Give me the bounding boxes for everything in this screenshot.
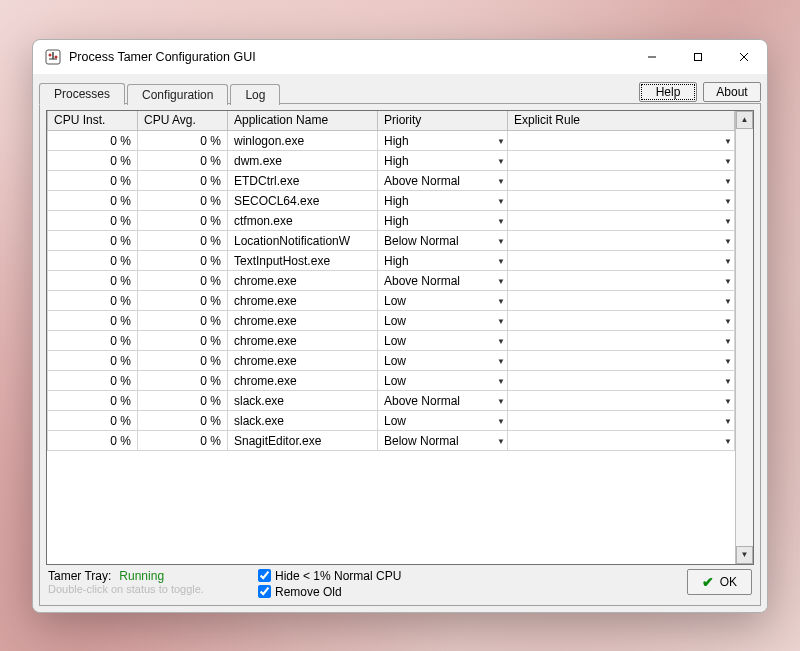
remove-old-input[interactable] xyxy=(258,585,271,598)
tab-processes[interactable]: Processes xyxy=(39,83,125,105)
cell-cpu-avg: 0 % xyxy=(138,251,228,271)
table-row[interactable]: 0 %0 %chrome.exeAbove Normal▼▼ xyxy=(48,271,735,291)
titlebar[interactable]: Process Tamer Configuration GUI xyxy=(33,40,767,74)
scroll-down-button[interactable]: ▼ xyxy=(736,546,753,564)
table-row[interactable]: 0 %0 %chrome.exeLow▼▼ xyxy=(48,331,735,351)
cell-explicit-rule-dropdown[interactable]: ▼ xyxy=(508,331,735,351)
table-row[interactable]: 0 %0 %chrome.exeLow▼▼ xyxy=(48,351,735,371)
chevron-down-icon: ▼ xyxy=(724,356,732,365)
cell-priority-dropdown[interactable]: High▼ xyxy=(378,191,508,211)
chevron-down-icon: ▼ xyxy=(724,196,732,205)
ok-button[interactable]: ✔ OK xyxy=(687,569,752,595)
cell-explicit-rule-dropdown[interactable]: ▼ xyxy=(508,151,735,171)
cell-priority-dropdown[interactable]: Low▼ xyxy=(378,331,508,351)
cell-priority-dropdown[interactable]: Low▼ xyxy=(378,291,508,311)
cell-explicit-rule-dropdown[interactable]: ▼ xyxy=(508,251,735,271)
tamer-tray-status[interactable]: Running xyxy=(119,569,164,583)
cell-explicit-rule-dropdown[interactable]: ▼ xyxy=(508,131,735,151)
table-row[interactable]: 0 %0 %chrome.exeLow▼▼ xyxy=(48,291,735,311)
chevron-down-icon: ▼ xyxy=(497,396,505,405)
cell-priority-dropdown[interactable]: High▼ xyxy=(378,251,508,271)
hide-normal-input[interactable] xyxy=(258,569,271,582)
table-row[interactable]: 0 %0 %SnagitEditor.exeBelow Normal▼▼ xyxy=(48,431,735,451)
cell-priority-dropdown[interactable]: High▼ xyxy=(378,151,508,171)
cell-cpu-inst: 0 % xyxy=(48,251,138,271)
cell-app-name: chrome.exe xyxy=(228,371,378,391)
table-row[interactable]: 0 %0 %chrome.exeLow▼▼ xyxy=(48,311,735,331)
cell-app-name: chrome.exe xyxy=(228,271,378,291)
cell-cpu-inst: 0 % xyxy=(48,431,138,451)
cell-priority-dropdown[interactable]: Low▼ xyxy=(378,411,508,431)
cell-explicit-rule-dropdown[interactable]: ▼ xyxy=(508,211,735,231)
chevron-down-icon: ▼ xyxy=(497,136,505,145)
cell-cpu-inst: 0 % xyxy=(48,191,138,211)
cell-app-name: ctfmon.exe xyxy=(228,211,378,231)
minimize-button[interactable] xyxy=(629,40,675,74)
cell-cpu-inst: 0 % xyxy=(48,331,138,351)
cell-cpu-inst: 0 % xyxy=(48,371,138,391)
cell-explicit-rule-dropdown[interactable]: ▼ xyxy=(508,391,735,411)
table-row[interactable]: 0 %0 %ETDCtrl.exeAbove Normal▼▼ xyxy=(48,171,735,191)
cell-cpu-avg: 0 % xyxy=(138,151,228,171)
chevron-down-icon: ▼ xyxy=(497,216,505,225)
chevron-down-icon: ▼ xyxy=(497,176,505,185)
table-row[interactable]: 0 %0 %winlogon.exeHigh▼▼ xyxy=(48,131,735,151)
remove-old-checkbox[interactable]: Remove Old xyxy=(258,585,401,599)
cell-priority-dropdown[interactable]: Low▼ xyxy=(378,351,508,371)
table-row[interactable]: 0 %0 %slack.exeLow▼▼ xyxy=(48,411,735,431)
cell-explicit-rule-dropdown[interactable]: ▼ xyxy=(508,291,735,311)
cell-cpu-inst: 0 % xyxy=(48,271,138,291)
hide-normal-checkbox[interactable]: Hide < 1% Normal CPU xyxy=(258,569,401,583)
tab-configuration[interactable]: Configuration xyxy=(127,84,228,105)
cell-app-name: chrome.exe xyxy=(228,331,378,351)
table-row[interactable]: 0 %0 %SECOCL64.exeHigh▼▼ xyxy=(48,191,735,211)
table-row[interactable]: 0 %0 %ctfmon.exeHigh▼▼ xyxy=(48,211,735,231)
tamer-tray-label: Tamer Tray: xyxy=(48,569,111,583)
cell-priority-dropdown[interactable]: Above Normal▼ xyxy=(378,271,508,291)
help-button[interactable]: Help xyxy=(639,82,697,102)
cell-explicit-rule-dropdown[interactable]: ▼ xyxy=(508,171,735,191)
tab-log[interactable]: Log xyxy=(230,84,280,105)
scroll-up-button[interactable]: ▲ xyxy=(736,111,753,129)
table-row[interactable]: 0 %0 %LocationNotificationWBelow Normal▼… xyxy=(48,231,735,251)
cell-priority-dropdown[interactable]: Below Normal▼ xyxy=(378,231,508,251)
about-button[interactable]: About xyxy=(703,82,761,102)
cell-explicit-rule-dropdown[interactable]: ▼ xyxy=(508,231,735,251)
cell-app-name: dwm.exe xyxy=(228,151,378,171)
cell-explicit-rule-dropdown[interactable]: ▼ xyxy=(508,271,735,291)
col-app-name[interactable]: Application Name xyxy=(228,111,378,131)
chevron-down-icon: ▼ xyxy=(497,336,505,345)
cell-cpu-avg: 0 % xyxy=(138,191,228,211)
cell-explicit-rule-dropdown[interactable]: ▼ xyxy=(508,191,735,211)
table-row[interactable]: 0 %0 %dwm.exeHigh▼▼ xyxy=(48,151,735,171)
cell-priority-dropdown[interactable]: High▼ xyxy=(378,211,508,231)
cell-explicit-rule-dropdown[interactable]: ▼ xyxy=(508,351,735,371)
col-priority[interactable]: Priority xyxy=(378,111,508,131)
col-cpu-inst[interactable]: CPU Inst. xyxy=(48,111,138,131)
col-cpu-avg[interactable]: CPU Avg. xyxy=(138,111,228,131)
cell-explicit-rule-dropdown[interactable]: ▼ xyxy=(508,311,735,331)
cell-priority-dropdown[interactable]: Low▼ xyxy=(378,311,508,331)
chevron-down-icon: ▼ xyxy=(497,436,505,445)
table-row[interactable]: 0 %0 %slack.exeAbove Normal▼▼ xyxy=(48,391,735,411)
close-button[interactable] xyxy=(721,40,767,74)
col-explicit-rule[interactable]: Explicit Rule xyxy=(508,111,735,131)
cell-priority-dropdown[interactable]: Low▼ xyxy=(378,371,508,391)
vertical-scrollbar[interactable]: ▲ ▼ xyxy=(735,111,753,564)
maximize-button[interactable] xyxy=(675,40,721,74)
table-row[interactable]: 0 %0 %chrome.exeLow▼▼ xyxy=(48,371,735,391)
scroll-track[interactable] xyxy=(736,129,753,546)
svg-rect-6 xyxy=(695,53,702,60)
cell-explicit-rule-dropdown[interactable]: ▼ xyxy=(508,371,735,391)
cell-priority-dropdown[interactable]: High▼ xyxy=(378,131,508,151)
cell-explicit-rule-dropdown[interactable]: ▼ xyxy=(508,431,735,451)
cell-priority-dropdown[interactable]: Above Normal▼ xyxy=(378,391,508,411)
cell-explicit-rule-dropdown[interactable]: ▼ xyxy=(508,411,735,431)
cell-priority-dropdown[interactable]: Above Normal▼ xyxy=(378,171,508,191)
cell-cpu-inst: 0 % xyxy=(48,351,138,371)
cell-app-name: chrome.exe xyxy=(228,311,378,331)
chevron-down-icon: ▼ xyxy=(497,256,505,265)
table-row[interactable]: 0 %0 %TextInputHost.exeHigh▼▼ xyxy=(48,251,735,271)
cell-priority-dropdown[interactable]: Below Normal▼ xyxy=(378,431,508,451)
chevron-down-icon: ▼ xyxy=(724,176,732,185)
